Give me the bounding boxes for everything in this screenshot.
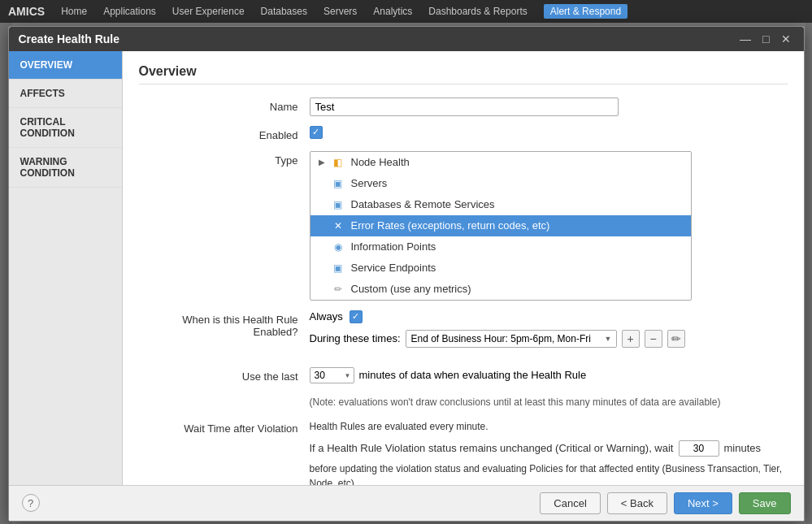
section-title: Overview [139,64,788,84]
nav-user-experience[interactable]: User Experience [172,6,245,17]
edit-time-button[interactable]: ✏ [667,330,685,348]
wait-time-row: Wait Time after Violation Health Rules a… [139,419,788,485]
service-endpoints-label: Service Endpoints [351,262,436,274]
type-row: Type ▶ ◧ Node Health ▣ [139,151,788,301]
create-health-rule-modal: Create Health Rule — □ ✕ OVERVIEW AFFECT… [8,26,805,522]
name-row: Name [139,97,788,116]
back-button[interactable]: < Back [607,492,667,514]
nav-analytics[interactable]: Analytics [373,6,412,17]
always-row: Always ✓ [310,310,788,323]
modal-title-bar: Create Health Rule — □ ✕ [9,27,804,51]
type-option-node-health[interactable]: ▶ ◧ Node Health [310,152,691,173]
type-control: ▶ ◧ Node Health ▣ Servers ▣ [310,151,788,301]
servers-icon: ▣ [332,177,345,190]
type-option-custom[interactable]: ✏ Custom (use any metrics) [310,279,691,300]
type-label: Type [139,151,310,167]
nav-databases[interactable]: Databases [261,6,307,17]
minimize-button[interactable]: — [736,32,754,45]
modal-overlay: Create Health Rule — □ ✕ OVERVIEW AFFECT… [0,23,812,524]
wait-desc-4: before updating the violation status and… [310,461,788,485]
nav-applications[interactable]: Applications [103,6,156,17]
during-label: During these times: [310,332,401,344]
wait-time-control: Health Rules are evaluated every minute.… [310,419,788,485]
error-rates-label: Error Rates (exceptions, return codes, e… [351,219,550,232]
name-input[interactable] [310,97,619,116]
type-dropdown-list[interactable]: ▶ ◧ Node Health ▣ Servers ▣ [310,151,692,301]
type-option-databases[interactable]: ▣ Databases & Remote Services [310,194,691,215]
modal-body: OVERVIEW AFFECTS CRITICAL CONDITION WARN… [9,51,804,485]
use-last-label: Use the last [139,367,310,383]
name-label: Name [139,97,310,113]
wait-minutes-input[interactable] [679,440,719,457]
minutes-select-wrapper: 30 5 10 15 60 [310,367,354,383]
node-health-icon: ◧ [332,156,345,169]
sidebar-item-warning-condition[interactable]: WARNING CONDITION [9,148,122,188]
when-enabled-control: Always ✓ During these times: End of Busi… [310,310,788,357]
custom-icon: ✏ [332,283,345,296]
service-endpoints-icon: ▣ [332,262,345,275]
use-last-control: 30 5 10 15 60 minutes of data when evalu… [310,367,788,387]
maximize-button[interactable]: □ [759,32,772,45]
brand-logo: AMICS [8,5,45,18]
when-enabled-row: When is this Health Rule Enabled? Always… [139,310,788,357]
top-navigation: AMICS Home Applications User Experience … [0,0,812,23]
minutes-select[interactable]: 30 5 10 15 60 [310,367,354,383]
nav-dashboards[interactable]: Dashboards & Reports [428,6,527,17]
modal-footer: ? Cancel < Back Next > Save [9,485,804,521]
help-button[interactable]: ? [22,494,40,512]
databases-label: Databases & Remote Services [351,198,495,210]
wait-desc-3: minutes [724,440,762,457]
overview-content: Overview Name Enabled ✓ Ty [123,51,804,485]
wait-desc-2-row: If a Health Rule Violation status remain… [310,440,788,457]
node-health-arrow: ▶ [319,158,325,167]
info-points-icon: ◉ [332,240,345,253]
error-rates-icon: ✕ [332,219,345,232]
during-times-select[interactable]: End of Business Hour: 5pm-6pm, Mon-Fri [406,330,617,348]
servers-label: Servers [351,177,388,189]
enabled-control: ✓ [310,126,788,139]
type-option-service-endpoints[interactable]: ▣ Service Endpoints [310,258,691,279]
sidebar: OVERVIEW AFFECTS CRITICAL CONDITION WARN… [9,51,123,485]
wait-desc-1: Health Rules are evaluated every minute. [310,419,788,434]
enabled-label: Enabled [139,126,310,141]
type-option-servers[interactable]: ▣ Servers [310,173,691,194]
add-time-button[interactable]: + [622,330,640,348]
note-text: (Note: evaluations won't draw conclusion… [310,396,788,408]
close-button[interactable]: ✕ [778,32,794,45]
always-label: Always [310,310,343,323]
modal-title: Create Health Rule [19,32,119,45]
custom-label: Custom (use any metrics) [351,283,471,295]
node-health-label: Node Health [351,156,410,168]
nav-servers[interactable]: Servers [323,6,357,17]
save-button[interactable]: Save [739,492,791,514]
next-button[interactable]: Next > [674,492,732,514]
during-row: During these times: End of Business Hour… [310,330,788,348]
enabled-checkbox[interactable]: ✓ [310,126,323,139]
type-option-info-points[interactable]: ◉ Information Points [310,236,691,258]
cancel-button[interactable]: Cancel [540,492,600,514]
nav-alert-respond[interactable]: Alert & Respond [544,4,627,19]
when-enabled-label: When is this Health Rule Enabled? [139,310,310,338]
footer-left: ? [22,494,40,512]
use-last-row: Use the last 30 5 10 15 60 [139,367,788,387]
during-select-wrapper: End of Business Hour: 5pm-6pm, Mon-Fri [406,330,617,348]
remove-time-button[interactable]: − [645,330,662,348]
nav-home[interactable]: Home [61,6,87,17]
always-checkbox[interactable]: ✓ [350,310,363,323]
sidebar-item-affects[interactable]: AFFECTS [9,80,122,108]
name-control [310,97,788,116]
info-points-label: Information Points [351,240,436,253]
modal-title-controls: — □ ✕ [736,32,793,45]
footer-right: Cancel < Back Next > Save [540,492,790,514]
wait-desc-2: If a Health Rule Violation status remain… [310,440,674,457]
wait-time-label: Wait Time after Violation [139,419,310,435]
databases-icon: ▣ [332,198,345,211]
use-last-suffix: minutes of data when evaluating the Heal… [359,369,587,381]
type-option-error-rates[interactable]: ✕ Error Rates (exceptions, return codes,… [310,215,691,236]
sidebar-item-critical-condition[interactable]: CRITICAL CONDITION [9,108,122,148]
sidebar-item-overview[interactable]: OVERVIEW [9,51,122,80]
enabled-row: Enabled ✓ [139,126,788,141]
use-last-inner: 30 5 10 15 60 minutes of data when evalu… [310,367,788,383]
